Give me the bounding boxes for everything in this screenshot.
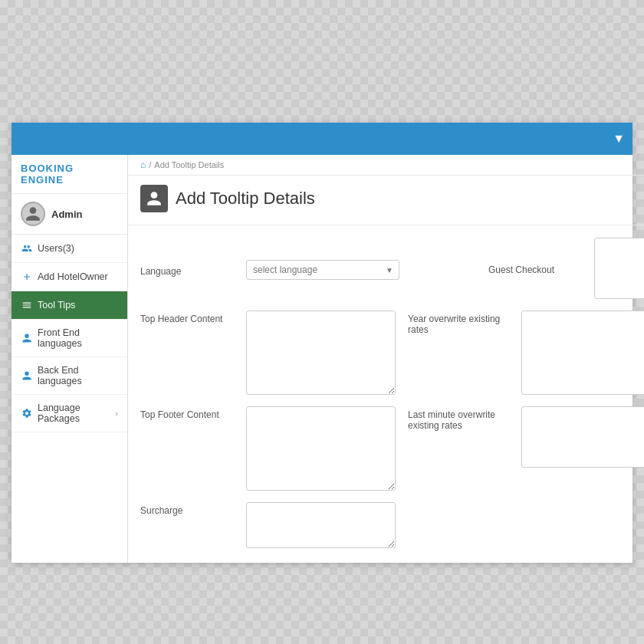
logo-booking: BOOKING bbox=[21, 163, 74, 174]
surcharge-field: Surcharge bbox=[140, 502, 396, 550]
sidebar-item-users[interactable]: Users(3) bbox=[12, 235, 127, 263]
plus-icon bbox=[21, 271, 33, 283]
person-icon bbox=[25, 205, 41, 222]
sidebar-langpkg-label: Language Packages bbox=[38, 402, 110, 424]
top-footer-label: Top Footer Content bbox=[140, 406, 240, 420]
breadcrumb-current: Add Tooltip Details bbox=[154, 160, 224, 169]
sidebar-user: Admin bbox=[12, 194, 127, 235]
top-header-input-wrapper bbox=[246, 310, 396, 397]
avatar bbox=[21, 202, 45, 226]
last-minute-field: Last minute overwrite existing rates bbox=[408, 406, 644, 470]
year-overwrite-field: Year overwrite existing rates bbox=[408, 310, 644, 397]
logo-text: BOOKING ENGINE bbox=[21, 163, 118, 186]
surcharge-label: Surcharge bbox=[140, 502, 240, 516]
top-header: ▼ bbox=[12, 123, 632, 155]
app-wrapper: ▼ BOOKING ENGINE Admin bbox=[12, 123, 632, 563]
user-front-icon bbox=[21, 332, 33, 344]
guest-checkout-label: Guest Checkout bbox=[488, 264, 588, 275]
year-overwrite-textarea[interactable] bbox=[521, 310, 644, 395]
logo-engine: ENGINE bbox=[21, 174, 64, 186]
language-select[interactable]: select language English Spanish French bbox=[246, 260, 399, 280]
sidebar-item-front-end[interactable]: Front End languages bbox=[12, 320, 127, 357]
top-header-label: Top Header Content bbox=[140, 310, 240, 324]
top-header-field: Top Header Content bbox=[140, 310, 396, 397]
year-overwrite-label: Year overwrite existing rates bbox=[408, 310, 515, 335]
sidebar-hotel-label: Add HotelOwner bbox=[38, 271, 108, 282]
form-left-col: Top Header Content Top Footer Content bbox=[140, 310, 396, 550]
sidebar-tooltips-label: Tool Tips bbox=[38, 300, 75, 310]
page-title: Add Tooltip Details bbox=[176, 189, 315, 209]
user-name: Admin bbox=[51, 209, 82, 220]
gear-icon bbox=[21, 407, 33, 419]
last-minute-input-wrapper bbox=[521, 406, 644, 470]
surcharge-textarea[interactable] bbox=[246, 502, 396, 548]
sidebar-item-language-packages[interactable]: Language Packages › bbox=[12, 395, 127, 432]
sidebar-backend-label: Back End languages bbox=[38, 365, 118, 386]
sidebar-item-add-hotel-owner[interactable]: Add HotelOwner bbox=[12, 263, 127, 291]
home-icon[interactable]: ⌂ bbox=[140, 159, 146, 170]
guest-checkout-textarea[interactable] bbox=[594, 238, 644, 299]
content-area: ⌂ / Add Tooltip Details Add Tooltip Deta… bbox=[128, 155, 644, 563]
users-icon bbox=[21, 242, 33, 255]
top-footer-input-wrapper bbox=[246, 406, 396, 493]
top-header-textarea[interactable] bbox=[246, 310, 396, 395]
sidebar-item-tool-tips[interactable]: Tool Tips bbox=[12, 291, 127, 320]
guest-checkout-field bbox=[594, 238, 644, 301]
language-row: Language select language English Spanish… bbox=[140, 238, 644, 301]
chevron-right-icon: › bbox=[115, 409, 118, 418]
breadcrumb-separator: / bbox=[149, 160, 151, 169]
language-label: Language bbox=[140, 263, 240, 277]
language-select-wrapper: select language English Spanish French ▼ bbox=[246, 260, 399, 280]
person-header-icon bbox=[146, 190, 163, 207]
sidebar-logo: BOOKING ENGINE bbox=[12, 155, 127, 194]
last-minute-label: Last minute overwrite existing rates bbox=[408, 406, 515, 431]
breadcrumb: ⌂ / Add Tooltip Details bbox=[128, 155, 644, 176]
sidebar-users-label: Users(3) bbox=[38, 243, 74, 254]
form-two-col: Top Header Content Top Footer Content bbox=[140, 310, 644, 550]
top-footer-textarea[interactable] bbox=[246, 406, 396, 491]
top-header-chevron-icon[interactable]: ▼ bbox=[613, 132, 625, 146]
surcharge-input-wrapper bbox=[246, 502, 396, 550]
main-area: BOOKING ENGINE Admin bbox=[12, 155, 632, 563]
sidebar-frontend-label: Front End languages bbox=[38, 327, 118, 349]
last-minute-textarea[interactable] bbox=[521, 406, 644, 468]
form-container: Language select language English Spanish… bbox=[128, 225, 644, 563]
page-header-icon bbox=[140, 185, 168, 212]
year-overwrite-input-wrapper bbox=[521, 310, 644, 397]
menu-icon bbox=[21, 299, 33, 311]
sidebar-item-back-end[interactable]: Back End languages bbox=[12, 357, 127, 395]
sidebar-nav: Users(3) Add HotelOwner bbox=[12, 235, 127, 432]
form-right-col: Year overwrite existing rates Last minut… bbox=[408, 310, 644, 470]
top-footer-field: Top Footer Content bbox=[140, 406, 396, 493]
page-header: Add Tooltip Details bbox=[128, 176, 644, 225]
user-back-icon bbox=[21, 370, 33, 382]
sidebar: BOOKING ENGINE Admin bbox=[12, 155, 128, 563]
